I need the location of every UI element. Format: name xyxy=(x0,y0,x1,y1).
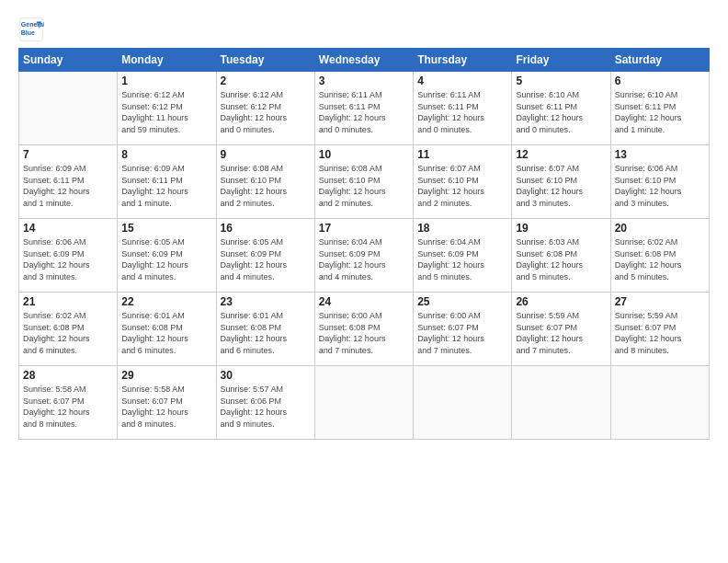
calendar-cell: 6Sunrise: 6:10 AMSunset: 6:11 PMDaylight… xyxy=(610,72,709,145)
calendar-cell: 3Sunrise: 6:11 AMSunset: 6:11 PMDaylight… xyxy=(314,72,413,145)
day-number: 15 xyxy=(121,222,211,235)
calendar-week-4: 28Sunrise: 5:58 AMSunset: 6:07 PMDayligh… xyxy=(19,366,710,440)
day-number: 19 xyxy=(516,222,606,235)
calendar-cell: 22Sunrise: 6:01 AMSunset: 6:08 PMDayligh… xyxy=(118,293,216,366)
calendar: SundayMondayTuesdayWednesdayThursdayFrid… xyxy=(18,48,710,440)
svg-text:Blue: Blue xyxy=(21,29,35,36)
calendar-cell: 1Sunrise: 6:12 AMSunset: 6:12 PMDaylight… xyxy=(118,72,216,145)
day-info: Sunrise: 6:07 AMSunset: 6:10 PMDaylight:… xyxy=(516,163,606,209)
day-number: 26 xyxy=(516,295,606,308)
day-info: Sunrise: 6:12 AMSunset: 6:12 PMDaylight:… xyxy=(221,89,311,135)
day-info: Sunrise: 6:03 AMSunset: 6:08 PMDaylight:… xyxy=(516,236,606,282)
calendar-cell: 26Sunrise: 5:59 AMSunset: 6:07 PMDayligh… xyxy=(512,293,610,366)
calendar-header-monday: Monday xyxy=(118,49,216,72)
day-number: 9 xyxy=(221,148,311,161)
calendar-cell: 18Sunrise: 6:04 AMSunset: 6:09 PMDayligh… xyxy=(414,219,512,293)
calendar-cell: 8Sunrise: 6:09 AMSunset: 6:11 PMDaylight… xyxy=(118,145,216,219)
calendar-cell: 10Sunrise: 6:08 AMSunset: 6:10 PMDayligh… xyxy=(314,145,413,219)
day-info: Sunrise: 6:07 AMSunset: 6:10 PMDaylight:… xyxy=(417,163,507,209)
day-number: 11 xyxy=(417,148,507,161)
day-info: Sunrise: 5:57 AMSunset: 6:06 PMDaylight:… xyxy=(221,384,311,430)
day-info: Sunrise: 5:59 AMSunset: 6:07 PMDaylight:… xyxy=(516,310,606,356)
calendar-cell: 16Sunrise: 6:05 AMSunset: 6:09 PMDayligh… xyxy=(216,219,314,293)
day-info: Sunrise: 6:11 AMSunset: 6:11 PMDaylight:… xyxy=(319,89,409,135)
day-info: Sunrise: 6:06 AMSunset: 6:09 PMDaylight:… xyxy=(23,236,113,282)
calendar-cell: 11Sunrise: 6:07 AMSunset: 6:10 PMDayligh… xyxy=(414,145,512,219)
day-info: Sunrise: 6:11 AMSunset: 6:11 PMDaylight:… xyxy=(417,89,507,135)
day-info: Sunrise: 6:05 AMSunset: 6:09 PMDaylight:… xyxy=(221,236,311,282)
day-number: 8 xyxy=(121,148,211,161)
day-info: Sunrise: 6:05 AMSunset: 6:09 PMDaylight:… xyxy=(121,236,211,282)
day-number: 3 xyxy=(319,75,409,87)
calendar-cell: 15Sunrise: 6:05 AMSunset: 6:09 PMDayligh… xyxy=(118,219,216,293)
day-number: 24 xyxy=(319,295,409,308)
calendar-cell: 21Sunrise: 6:02 AMSunset: 6:08 PMDayligh… xyxy=(19,293,118,366)
calendar-header-friday: Friday xyxy=(512,49,610,72)
day-number: 22 xyxy=(121,295,211,308)
day-info: Sunrise: 6:09 AMSunset: 6:11 PMDaylight:… xyxy=(121,163,211,209)
calendar-header-thursday: Thursday xyxy=(414,49,512,72)
calendar-cell xyxy=(314,366,413,440)
day-number: 30 xyxy=(221,369,311,382)
calendar-cell: 2Sunrise: 6:12 AMSunset: 6:12 PMDaylight… xyxy=(216,72,314,145)
day-number: 10 xyxy=(319,148,409,161)
day-info: Sunrise: 5:58 AMSunset: 6:07 PMDaylight:… xyxy=(121,384,211,430)
day-number: 29 xyxy=(121,369,211,382)
day-info: Sunrise: 6:09 AMSunset: 6:11 PMDaylight:… xyxy=(23,163,113,209)
day-number: 18 xyxy=(417,222,507,235)
calendar-cell: 19Sunrise: 6:03 AMSunset: 6:08 PMDayligh… xyxy=(512,219,610,293)
calendar-week-2: 14Sunrise: 6:06 AMSunset: 6:09 PMDayligh… xyxy=(19,219,710,293)
day-info: Sunrise: 6:02 AMSunset: 6:08 PMDaylight:… xyxy=(615,236,705,282)
day-number: 21 xyxy=(23,295,113,308)
day-number: 1 xyxy=(121,75,211,87)
calendar-cell xyxy=(610,366,709,440)
calendar-week-0: 1Sunrise: 6:12 AMSunset: 6:12 PMDaylight… xyxy=(19,72,710,145)
day-info: Sunrise: 6:10 AMSunset: 6:11 PMDaylight:… xyxy=(615,89,705,135)
calendar-cell: 12Sunrise: 6:07 AMSunset: 6:10 PMDayligh… xyxy=(512,145,610,219)
calendar-cell: 27Sunrise: 5:59 AMSunset: 6:07 PMDayligh… xyxy=(610,293,709,366)
day-number: 25 xyxy=(417,295,507,308)
calendar-week-1: 7Sunrise: 6:09 AMSunset: 6:11 PMDaylight… xyxy=(19,145,710,219)
header: General Blue xyxy=(18,17,710,42)
calendar-cell: 9Sunrise: 6:08 AMSunset: 6:10 PMDaylight… xyxy=(216,145,314,219)
day-number: 23 xyxy=(221,295,311,308)
calendar-cell: 4Sunrise: 6:11 AMSunset: 6:11 PMDaylight… xyxy=(414,72,512,145)
day-number: 7 xyxy=(23,148,113,161)
calendar-week-3: 21Sunrise: 6:02 AMSunset: 6:08 PMDayligh… xyxy=(19,293,710,366)
day-number: 28 xyxy=(23,369,113,382)
calendar-cell: 29Sunrise: 5:58 AMSunset: 6:07 PMDayligh… xyxy=(118,366,216,440)
calendar-header-tuesday: Tuesday xyxy=(216,49,314,72)
calendar-cell: 20Sunrise: 6:02 AMSunset: 6:08 PMDayligh… xyxy=(610,219,709,293)
logo: General Blue xyxy=(18,17,48,42)
calendar-cell: 14Sunrise: 6:06 AMSunset: 6:09 PMDayligh… xyxy=(19,219,118,293)
day-info: Sunrise: 6:00 AMSunset: 6:08 PMDaylight:… xyxy=(319,310,409,356)
day-info: Sunrise: 6:01 AMSunset: 6:08 PMDaylight:… xyxy=(121,310,211,356)
day-number: 14 xyxy=(23,222,113,235)
calendar-header-wednesday: Wednesday xyxy=(314,49,413,72)
calendar-cell: 17Sunrise: 6:04 AMSunset: 6:09 PMDayligh… xyxy=(314,219,413,293)
day-number: 20 xyxy=(615,222,705,235)
day-info: Sunrise: 5:58 AMSunset: 6:07 PMDaylight:… xyxy=(23,384,113,430)
calendar-cell xyxy=(414,366,512,440)
day-info: Sunrise: 5:59 AMSunset: 6:07 PMDaylight:… xyxy=(615,310,705,356)
calendar-cell xyxy=(512,366,610,440)
day-info: Sunrise: 6:06 AMSunset: 6:10 PMDaylight:… xyxy=(615,163,705,209)
day-number: 6 xyxy=(615,75,705,87)
day-info: Sunrise: 6:01 AMSunset: 6:08 PMDaylight:… xyxy=(221,310,311,356)
page: General Blue SundayMondayTuesdayWednesda… xyxy=(0,0,728,563)
calendar-cell xyxy=(19,72,118,145)
calendar-cell: 7Sunrise: 6:09 AMSunset: 6:11 PMDaylight… xyxy=(19,145,118,219)
calendar-cell: 28Sunrise: 5:58 AMSunset: 6:07 PMDayligh… xyxy=(19,366,118,440)
day-info: Sunrise: 6:08 AMSunset: 6:10 PMDaylight:… xyxy=(319,163,409,209)
day-info: Sunrise: 6:10 AMSunset: 6:11 PMDaylight:… xyxy=(516,89,606,135)
day-info: Sunrise: 6:12 AMSunset: 6:12 PMDaylight:… xyxy=(121,89,211,135)
calendar-cell: 30Sunrise: 5:57 AMSunset: 6:06 PMDayligh… xyxy=(216,366,314,440)
logo-icon: General Blue xyxy=(18,17,44,42)
calendar-cell: 13Sunrise: 6:06 AMSunset: 6:10 PMDayligh… xyxy=(610,145,709,219)
day-number: 4 xyxy=(417,75,507,87)
day-number: 12 xyxy=(516,148,606,161)
day-number: 16 xyxy=(221,222,311,235)
calendar-header-row: SundayMondayTuesdayWednesdayThursdayFrid… xyxy=(19,49,710,72)
day-info: Sunrise: 6:04 AMSunset: 6:09 PMDaylight:… xyxy=(319,236,409,282)
day-number: 17 xyxy=(319,222,409,235)
